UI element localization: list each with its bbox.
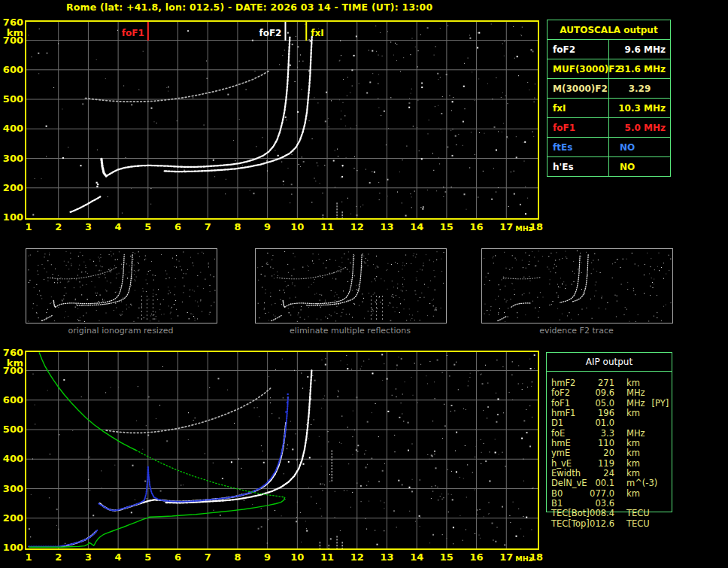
- x-tick-label: 3: [85, 552, 92, 562]
- trace-restored-trace-dots: [287, 393, 289, 395]
- marker-label-fxI: fxI: [311, 28, 323, 38]
- trace-F-trace-X-mode: [165, 37, 312, 172]
- bottom-ionogram-plot: [25, 351, 539, 550]
- thumbnail-caption: evidence F2 trace: [481, 326, 672, 336]
- aip-param-name: D1: [551, 418, 589, 428]
- x-tick-label: 11: [320, 552, 334, 562]
- aip-row: hmE110km: [551, 439, 672, 448]
- aip-param-unit: TECU: [626, 519, 650, 529]
- trace-profile-bottomside: [29, 497, 285, 547]
- autoscala-header-row: AUTOSCALA output: [548, 20, 671, 40]
- aip-param-value: 196: [589, 409, 614, 418]
- x-tick-label: 13: [380, 222, 393, 232]
- trace-multiple-reflection-mini: [503, 278, 540, 279]
- autoscala-row: MUF(3000)F231.6 MHz: [548, 59, 671, 79]
- autoscala-param-value: NO: [609, 157, 671, 177]
- trace-F-leading-edge: [102, 159, 106, 176]
- autoscala-param-value: 3.29: [609, 79, 671, 99]
- x-tick-label: 11: [320, 222, 334, 232]
- trace-F-trace-O-mode-mini: [511, 303, 531, 307]
- x-tick-label: 12: [350, 552, 364, 562]
- x-tick-label: 10: [290, 222, 304, 232]
- aip-param-value: 03.6: [589, 499, 614, 509]
- y-tick-label: 400: [0, 454, 23, 463]
- aip-row: TEC[Top]012.6TECU: [551, 519, 672, 529]
- autoscala-param-label: MUF(3000)F2: [548, 59, 609, 79]
- aip-row: TEC[Bot]008.4TECU: [551, 509, 672, 518]
- aip-param-value: 00.1: [589, 478, 614, 488]
- aip-param-value: 05.0: [589, 399, 614, 409]
- aip-row: foF209.6MHz: [551, 388, 672, 398]
- x-tick-label: 7: [205, 222, 211, 232]
- thumbnail-caption: original ionogram resized: [25, 326, 217, 336]
- x-tick-label: 2: [55, 222, 62, 232]
- thumbnail-evidence-f2-trace: [481, 248, 673, 323]
- aip-param-name: foF2: [551, 388, 589, 398]
- x-tick-label: 10: [290, 552, 304, 562]
- trace-restored-trace-dots: [285, 412, 287, 413]
- thumbnail-canvas-2: [482, 249, 672, 323]
- y-tick-label: 200: [0, 513, 23, 523]
- aip-row: B103.6: [551, 499, 672, 509]
- aip-row: D101.0: [551, 418, 672, 428]
- y-tick-label: 600: [0, 395, 23, 405]
- autoscala-param-label: foF1: [548, 118, 609, 138]
- autoscala-param-value: 31.6 MHz: [609, 59, 671, 79]
- thumbnail-canvas-1: [256, 249, 446, 323]
- aip-param-unit: TECU: [626, 509, 650, 518]
- aip-param-value: 3.3: [589, 429, 614, 439]
- x-tick-label: 6: [174, 552, 181, 562]
- aip-param-name: Ewidth: [551, 469, 589, 478]
- x-tick-label: 17: [499, 222, 513, 232]
- aip-param-name: hmF2: [551, 378, 589, 388]
- x-tick-label: 14: [410, 552, 423, 562]
- aip-param-unit: km: [626, 448, 640, 458]
- autoscala-param-value: NO: [609, 138, 671, 157]
- thumbnail-canvas-0: [26, 249, 217, 323]
- aip-param-value: 01.0: [589, 418, 614, 428]
- autoscala-param-label: M(3000)F2: [548, 79, 609, 99]
- x-tick-label: 8: [234, 222, 241, 232]
- autoscala-row: ftEsNO: [548, 138, 671, 157]
- aip-row: ymE20km: [551, 448, 672, 458]
- autoscala-param-value: 9.6 MHz: [609, 40, 671, 59]
- trace-E-region-trace-mini: [42, 315, 53, 321]
- x-tick-label: 1: [25, 552, 32, 562]
- aip-param-name: h_vE: [551, 459, 589, 469]
- marker-label-foF2: foF2: [259, 28, 281, 38]
- autoscala-param-value: 10.3 MHz: [609, 99, 671, 118]
- aip-param-unit: km: [626, 409, 640, 418]
- autoscala-row: fxI10.3 MHz: [548, 99, 671, 118]
- aip-param-value: 008.4: [589, 509, 614, 518]
- y-tick-label: 760: [0, 348, 23, 357]
- aip-param-name: foE: [551, 429, 589, 439]
- aip-param-name: TEC[Bot]: [551, 509, 589, 518]
- aip-param-value: 09.6: [589, 388, 614, 398]
- aip-param-value: 20: [589, 448, 614, 458]
- trace-F-trace-O-mode-mini: [56, 254, 125, 307]
- x-tick-label: 17: [499, 552, 513, 562]
- aip-param-value: 119: [589, 459, 614, 469]
- autoscala-header: AUTOSCALA output: [548, 20, 671, 40]
- aip-param-unit: km: [626, 378, 640, 388]
- aip-param-unit: MHz: [626, 399, 645, 409]
- y-tick-label: 300: [0, 153, 23, 163]
- y-tick-label: 500: [0, 94, 23, 104]
- y-tick-label: 600: [0, 65, 23, 74]
- aip-param-value: 012.6: [589, 519, 614, 529]
- autoscala-row: foF15.0 MHz: [548, 118, 671, 138]
- aip-param-unit: km: [626, 489, 640, 499]
- aip-rows: hmF2271kmfoF209.6MHzfoF105.0MHz[PY]hmF11…: [547, 372, 672, 529]
- aip-param-name: foF1: [551, 399, 589, 409]
- trace-F-trace-O-mode: [106, 38, 290, 177]
- aip-param-unit: km: [626, 469, 640, 478]
- y-tick-label: 300: [0, 484, 23, 494]
- trace-F-trace-X-mode: [166, 371, 312, 503]
- aip-param-value: 271: [589, 378, 614, 388]
- aip-param-name: hmE: [551, 439, 589, 448]
- aip-row: foE3.3MHz: [551, 429, 672, 439]
- x-tick-label: 5: [144, 552, 151, 562]
- autoscala-param-label: ftEs: [548, 138, 609, 157]
- x-tick-label: 14: [410, 222, 423, 232]
- trace-echo-cluster: [96, 182, 98, 184]
